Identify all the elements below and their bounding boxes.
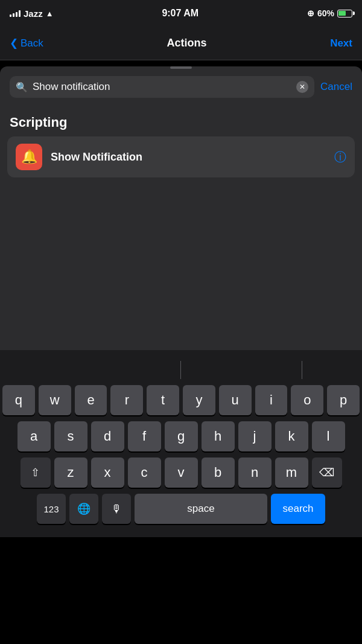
key-g[interactable]: g [165,421,198,451]
battery-pct-label: 60% [317,8,334,18]
key-j[interactable]: j [238,421,272,451]
key-e[interactable]: e [75,385,107,415]
key-i[interactable]: i [255,385,288,415]
info-icon[interactable]: ⓘ [334,149,346,165]
back-button[interactable]: ❮ Back [10,37,43,49]
key-l[interactable]: l [312,421,345,451]
key-q[interactable]: q [2,385,35,415]
key-r[interactable]: r [110,385,143,415]
key-x[interactable]: x [91,457,124,488]
space-key[interactable]: space [135,494,267,524]
key-w[interactable]: w [39,385,71,415]
battery-icon [337,10,352,18]
status-time: 9:07 AM [162,8,198,19]
search-icon: 🔍 [16,81,28,93]
key-y[interactable]: y [183,385,215,415]
key-o[interactable]: o [291,385,323,415]
content-area: 🔍 ✕ Cancel Scripting 🔔 Show Notification… [0,66,362,350]
wifi-icon: ▲ [46,9,54,18]
key-f[interactable]: f [128,421,161,451]
key-m[interactable]: m [275,457,308,488]
nav-bar: ❮ Back Actions Next [0,27,362,60]
keyboard: q w e r t y u i o p a s d f g h j k l ⇧ … [0,379,362,537]
search-key[interactable]: search [271,494,325,524]
key-p[interactable]: p [327,385,360,415]
key-c[interactable]: c [128,457,161,488]
shift-key[interactable]: ⇧ [21,457,51,488]
search-input-wrapper: 🔍 ✕ [10,76,314,98]
status-bar: Jazz ▲ 9:07 AM ⊕ 60% [0,0,362,27]
key-t[interactable]: t [147,385,179,415]
key-z[interactable]: z [54,457,87,488]
key-v[interactable]: v [165,457,198,488]
signal-icon [10,10,21,17]
microphone-key[interactable]: 🎙 [102,494,131,524]
key-a[interactable]: a [17,421,51,451]
divider-right [302,361,302,379]
search-input[interactable] [33,81,291,93]
bell-icon: 🔔 [21,149,37,165]
next-button[interactable]: Next [330,37,352,49]
key-s[interactable]: s [54,421,87,451]
clear-search-button[interactable]: ✕ [296,81,308,93]
keyboard-handle-area [0,350,362,379]
back-label: Back [21,37,43,49]
keyboard-row-4: 123 🌐 🎙 space search [2,494,360,529]
search-container: 🔍 ✕ Cancel [0,76,362,105]
section-header: Scripting [0,105,362,136]
delete-key[interactable]: ⌫ [312,457,342,488]
drag-handle [170,66,192,69]
keyboard-row-1: q w e r t y u i o p [2,385,360,415]
result-icon: 🔔 [16,144,42,170]
result-label: Show Notification [51,151,326,164]
key-k[interactable]: k [275,421,308,451]
status-right: ⊕ 60% [307,8,352,18]
key-h[interactable]: h [202,421,235,451]
cancel-button[interactable]: Cancel [320,81,352,93]
page-title: Actions [167,37,206,49]
keyboard-row-2: a s d f g h j k l [2,421,360,451]
key-u[interactable]: u [219,385,252,415]
status-left: Jazz ▲ [10,8,54,19]
numbers-key[interactable]: 123 [37,494,66,524]
globe-key[interactable]: 🌐 [69,494,98,524]
key-d[interactable]: d [91,421,124,451]
keyboard-row-3: ⇧ z x c v b n m ⌫ [2,457,360,488]
location-icon: ⊕ [307,8,314,18]
chevron-left-icon: ❮ [10,37,18,49]
carrier-label: Jazz [24,8,43,19]
result-item[interactable]: 🔔 Show Notification ⓘ [7,136,355,177]
key-n[interactable]: n [238,457,272,488]
divider-left [180,361,181,379]
key-b[interactable]: b [202,457,235,488]
